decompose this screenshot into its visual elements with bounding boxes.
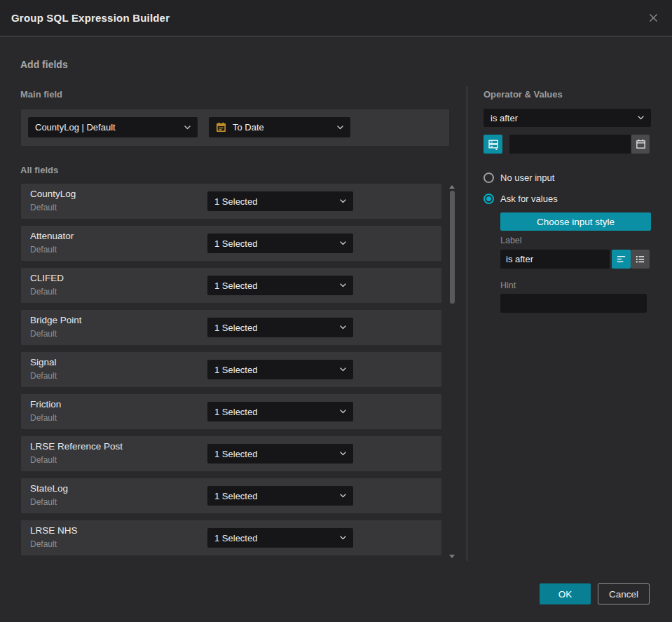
field-name: CountyLog [30, 189, 76, 199]
chevron-down-icon [638, 116, 644, 120]
align-left-icon [616, 254, 626, 264]
close-icon [647, 12, 659, 24]
value-date-picker-button[interactable] [631, 135, 650, 154]
field-selection-value: 1 Selected [214, 365, 257, 375]
field-selection-dropdown[interactable]: 1 Selected [207, 402, 353, 421]
field-selection-value: 1 Selected [214, 238, 257, 249]
field-row: Bridge Point Default 1 Selected [21, 310, 441, 345]
operator-dropdown[interactable]: is after [484, 109, 651, 127]
field-name: Signal [30, 357, 57, 367]
list-icon [635, 254, 645, 264]
main-field-heading: Main field [20, 89, 62, 100]
dialog-header: Group SQL Expression Builder [0, 0, 672, 36]
group-sql-expression-builder-dialog: Group SQL Expression Builder Add fields … [0, 0, 672, 622]
field-type: Default [30, 203, 57, 212]
field-row: LRSE Reference Post Default 1 Selected [21, 436, 441, 471]
field-row: CLIFED Default 1 Selected [21, 268, 441, 303]
date-field-dropdown[interactable]: To Date [209, 117, 350, 137]
chevron-down-icon [340, 283, 346, 288]
scrollbar-down-arrow-icon[interactable] [449, 555, 455, 558]
field-type: Default [30, 539, 57, 549]
field-type: Default [30, 329, 57, 339]
field-name: Bridge Point [30, 315, 82, 325]
field-type: Default [30, 371, 57, 381]
field-selection-value: 1 Selected [214, 449, 257, 459]
add-fields-heading: Add fields [20, 59, 68, 70]
unique-values-icon [488, 139, 499, 150]
hint-caption: Hint [500, 280, 516, 290]
field-name: Friction [30, 399, 61, 410]
cancel-button[interactable]: Cancel [598, 583, 650, 604]
radio-label: Ask for values [500, 194, 558, 204]
operator-values-heading: Operator & Values [484, 89, 563, 100]
panel-divider [467, 86, 467, 561]
value-type-button[interactable] [484, 135, 502, 154]
field-row: CountyLog Default 1 Selected [21, 184, 441, 219]
radio-circle-icon[interactable] [484, 194, 494, 204]
field-selection-value: 1 Selected [214, 491, 257, 501]
all-fields-list: CountyLog Default 1 Selected Attenuator … [21, 184, 441, 562]
field-selection-dropdown[interactable]: 1 Selected [207, 191, 353, 211]
field-type: Default [30, 455, 57, 465]
field-name: CLIFED [30, 273, 64, 283]
field-name: LRSE NHS [30, 525, 78, 536]
choose-input-style-button[interactable]: Choose input style [500, 212, 651, 231]
scrollbar-thumb[interactable] [450, 191, 455, 304]
field-selection-dropdown[interactable]: 1 Selected [207, 234, 353, 253]
chevron-down-icon [337, 126, 343, 130]
label-input[interactable] [500, 250, 610, 269]
field-selection-dropdown[interactable]: 1 Selected [207, 528, 353, 548]
field-row: StateLog Default 1 Selected [21, 478, 441, 513]
ok-button[interactable]: OK [540, 583, 591, 604]
close-button[interactable] [646, 11, 661, 25]
field-selection-value: 1 Selected [214, 323, 257, 333]
field-type: Default [30, 287, 57, 297]
chevron-down-icon [340, 452, 346, 456]
chevron-down-icon [340, 367, 346, 372]
radio-no-user-input[interactable]: No user input [484, 173, 554, 183]
calendar-icon [216, 122, 226, 133]
operator-dropdown-value: is after [491, 113, 518, 123]
value-input[interactable] [509, 135, 631, 154]
field-row: Signal Default 1 Selected [21, 352, 441, 387]
all-fields-heading: All fields [20, 165, 58, 175]
field-selection-dropdown[interactable]: 1 Selected [207, 444, 353, 464]
scrollbar-up-arrow-icon[interactable] [449, 185, 455, 189]
radio-label: No user input [500, 173, 554, 183]
date-field-dropdown-value: To Date [233, 122, 264, 133]
field-name: Attenuator [30, 231, 74, 241]
field-selection-value: 1 Selected [214, 533, 257, 543]
field-name: StateLog [30, 483, 68, 494]
chevron-down-icon [340, 536, 346, 540]
main-field-dropdown-value: CountyLog | Default [35, 122, 116, 133]
chevron-down-icon [340, 241, 346, 245]
field-row: Friction Default 1 Selected [21, 394, 441, 429]
field-selection-dropdown[interactable]: 1 Selected [207, 486, 353, 506]
chevron-down-icon [340, 325, 346, 330]
chevron-down-icon [340, 410, 346, 414]
field-selection-value: 1 Selected [214, 407, 257, 417]
field-selection-dropdown[interactable]: 1 Selected [207, 276, 353, 295]
hint-input[interactable] [500, 294, 647, 313]
chevron-down-icon [340, 494, 346, 498]
field-type: Default [30, 497, 57, 507]
field-row: Attenuator Default 1 Selected [21, 226, 441, 261]
field-name: LRSE Reference Post [30, 441, 123, 452]
chevron-down-icon [340, 199, 346, 203]
dialog-title: Group SQL Expression Builder [11, 12, 170, 24]
field-row: LRSE NHS Default 1 Selected [21, 520, 441, 555]
label-caption: Label [500, 236, 522, 245]
field-selection-value: 1 Selected [214, 280, 257, 291]
main-field-dropdown[interactable]: CountyLog | Default [28, 117, 198, 137]
field-selection-value: 1 Selected [214, 196, 257, 207]
chevron-down-icon [184, 126, 191, 130]
field-type: Default [30, 245, 57, 255]
radio-circle-icon[interactable] [484, 173, 494, 183]
field-selection-dropdown[interactable]: 1 Selected [207, 318, 353, 337]
label-style-align-button[interactable] [612, 250, 631, 269]
field-selection-dropdown[interactable]: 1 Selected [207, 360, 353, 379]
radio-ask-for-values[interactable]: Ask for values [484, 194, 558, 204]
main-field-panel: CountyLog | Default To Date [21, 109, 449, 146]
label-style-list-button[interactable] [631, 250, 650, 269]
field-type: Default [30, 413, 57, 423]
